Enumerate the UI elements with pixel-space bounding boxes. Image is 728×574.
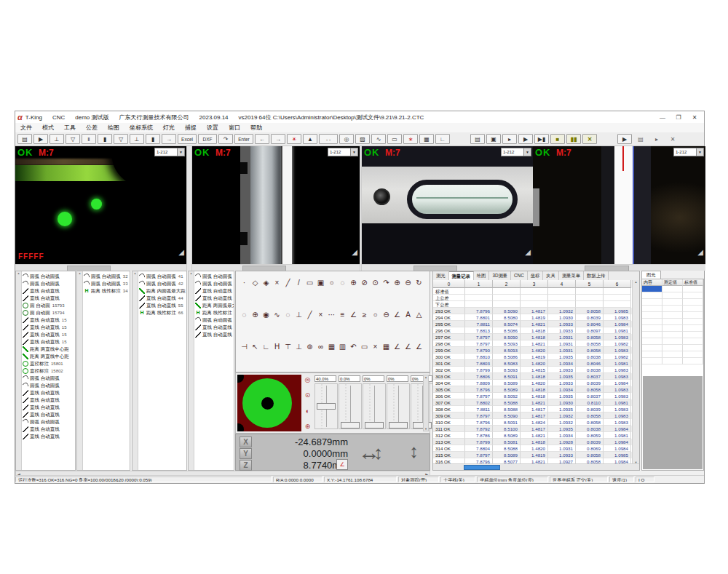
table-row[interactable]: 307 OK7.88028.50881.48211.09300.81101.09… [433, 399, 639, 406]
elements-cell[interactable] [683, 292, 703, 299]
table-column-header[interactable]: 5 [576, 280, 604, 288]
elements-column-header[interactable]: 标准值 [683, 279, 703, 286]
tab-数据上传[interactable]: 数据上传 [584, 271, 609, 280]
feature-item[interactable]: 直线 自动直线 [23, 389, 75, 396]
palette-tool-2-7-icon[interactable]: ╱ [304, 310, 315, 320]
feature-item[interactable]: 直线 自动直线 [23, 426, 75, 433]
elements-cell[interactable] [662, 345, 683, 351]
elements-cell[interactable] [683, 286, 703, 292]
light-mode-icon-1[interactable]: ◎ [305, 376, 311, 383]
menu-item-1[interactable]: 文件 [15, 124, 37, 132]
camera-2-resize-icon[interactable]: ◢ [352, 248, 357, 256]
toolbar-grid-pattern-icon[interactable]: ▦ [419, 134, 434, 144]
elements-selected-cell[interactable] [642, 286, 662, 292]
light-slider-thumb[interactable] [341, 422, 360, 428]
toolbar-block-down-icon[interactable]: ▮ [146, 134, 160, 144]
feature-item[interactable]: 圆 自动圆15793 [23, 302, 75, 309]
table-row[interactable]: 298 OK7.87978.50931.48211.09310.80581.09… [433, 340, 639, 347]
palette-tool-1-13-icon[interactable]: ⊙ [370, 278, 381, 288]
palette-tool-2-12-icon[interactable]: ≥ [359, 310, 370, 320]
palette-tool-1-6-icon[interactable]: / [293, 278, 304, 288]
table-column-header[interactable]: 0 [433, 280, 465, 288]
feature-item[interactable]: 距离 两圆弧最大距 [195, 302, 234, 309]
elements-cell[interactable] [642, 332, 662, 338]
palette-tool-1-14-icon[interactable]: ↷ [381, 278, 392, 288]
feature-item[interactable]: 圆弧 自动圆弧42 [139, 280, 186, 287]
light-mode-icon-3[interactable]: ◐ [306, 407, 309, 415]
elements-row[interactable] [642, 358, 703, 364]
feature-item[interactable]: 圆弧 自动圆弧 [23, 418, 75, 426]
elements-cell[interactable] [662, 325, 683, 332]
table-row[interactable]: 314 OK7.88048.50881.48201.09310.80691.09… [433, 445, 639, 452]
toolbar-excel-export-button[interactable]: Excel [178, 134, 197, 144]
elements-cell[interactable] [662, 351, 683, 358]
palette-tool-1-11-icon[interactable]: ⊕ [348, 278, 359, 288]
palette-tool-2-14-icon[interactable]: ⊖ [381, 310, 392, 320]
elements-cell[interactable] [662, 332, 683, 338]
camera-4-resize-icon[interactable]: ◢ [697, 248, 703, 256]
toolbar-probe-icon[interactable]: ⊥ [50, 134, 64, 144]
toolbar-pause-icon[interactable]: ▮▮ [566, 134, 581, 144]
feature-list-scrollbar[interactable]: ▲ [189, 271, 194, 470]
elements-cell[interactable] [662, 319, 683, 325]
palette-tool-2-6-icon[interactable]: ⊥ [293, 310, 304, 320]
palette-tool-1-8-icon[interactable]: ▣ [315, 278, 326, 288]
elements-row[interactable] [642, 299, 703, 306]
light-slider-track[interactable] [314, 383, 338, 429]
feature-item[interactable]: H距离 线性标注66 [139, 309, 186, 316]
palette-tool-3-9-icon[interactable]: ▦ [326, 342, 337, 352]
maximize-button[interactable]: ❐ [670, 111, 687, 123]
palette-tool-1-12-icon[interactable]: ⊘ [359, 278, 370, 288]
elements-cell[interactable] [642, 292, 662, 299]
feature-item[interactable]: 直线 自动直线 [23, 295, 75, 302]
toolbar-step-arrow-icon[interactable]: → [162, 134, 176, 144]
xy-jog-arrows-icon[interactable]: ↔ ↕ [358, 436, 403, 469]
camera-4-image[interactable]: OK M:7 1-212 ▼ ◢ [533, 146, 705, 265]
feature-item[interactable]: 直线 自动直线53 [195, 287, 234, 295]
palette-tool-1-1-icon[interactable]: · [239, 278, 250, 288]
elements-cell[interactable] [662, 292, 683, 299]
feature-item[interactable]: 距离 两直线中心距 [23, 353, 75, 360]
light-slider-track[interactable] [387, 383, 410, 429]
table-row[interactable]: 299 OK7.87908.50931.48201.09310.80581.09… [433, 347, 639, 354]
elements-cell[interactable] [683, 306, 703, 312]
chevron-down-icon[interactable]: ▼ [350, 148, 357, 156]
palette-tool-1-15-icon[interactable]: ⊕ [392, 278, 403, 288]
feature-item[interactable]: 直线 自动直线 [23, 396, 75, 404]
camera-4-zoom-dropdown[interactable]: 1-212 ▼ [673, 148, 704, 156]
table-row[interactable]: 305 OK7.87968.50891.48181.09340.80581.09… [433, 386, 639, 393]
menu-item-3[interactable]: 工具 [59, 124, 81, 132]
light-slider-4[interactable]: 0% [387, 375, 408, 431]
elements-cell[interactable] [642, 325, 662, 332]
palette-tool-2-3-icon[interactable]: ◉ [261, 310, 272, 320]
scrollbar-thumb[interactable] [464, 465, 500, 470]
light-slider-1[interactable]: 40.0% [314, 375, 336, 431]
palette-tool-3-12-icon[interactable]: ▭ [359, 342, 370, 352]
toolbar-light-bulb-icon[interactable]: ☀ [287, 134, 301, 144]
tab-夹具[interactable]: 夹具 [543, 271, 559, 280]
feature-item[interactable]: 直线 自动直线 [23, 433, 75, 440]
palette-tool-3-14-icon[interactable]: ▦ [381, 342, 392, 352]
menu-item-6[interactable]: 坐标系统 [124, 124, 158, 132]
feature-item[interactable]: 直线 自动直线15 [23, 324, 75, 331]
feature-item[interactable]: 圆弧 自动圆弧33 [84, 280, 130, 287]
table-row[interactable]: 315 OK7.87978.50891.48191.09330.80581.09… [433, 452, 639, 458]
tab-3D测量[interactable]: 3D测量 [489, 271, 511, 280]
elements-cell[interactable] [683, 332, 703, 338]
jog-mode-button[interactable]: ∠ [336, 459, 348, 470]
table-row[interactable]: 297 OK7.87978.50901.48181.09310.80581.09… [433, 334, 639, 340]
elements-cell[interactable] [683, 351, 703, 358]
ring-light-preview[interactable] [237, 375, 301, 431]
palette-tool-3-2-icon[interactable]: ↖ [250, 342, 261, 352]
camera-divider-scrollbar[interactable] [186, 146, 192, 271]
palette-tool-3-5-icon[interactable]: ⊤ [282, 342, 293, 352]
feature-item[interactable]: 圆弧 自动圆弧 [23, 280, 75, 287]
elements-cell[interactable] [683, 299, 703, 306]
light-slider-track[interactable] [339, 383, 362, 429]
toolbar-save-icon[interactable]: ▤ [17, 134, 32, 144]
elements-row[interactable] [642, 292, 703, 299]
camera-1-hscrollbar[interactable] [15, 264, 186, 271]
toolbar-stop-icon[interactable]: ■ [550, 134, 565, 144]
elements-cell[interactable] [662, 299, 683, 306]
elements-cell[interactable] [683, 319, 703, 325]
